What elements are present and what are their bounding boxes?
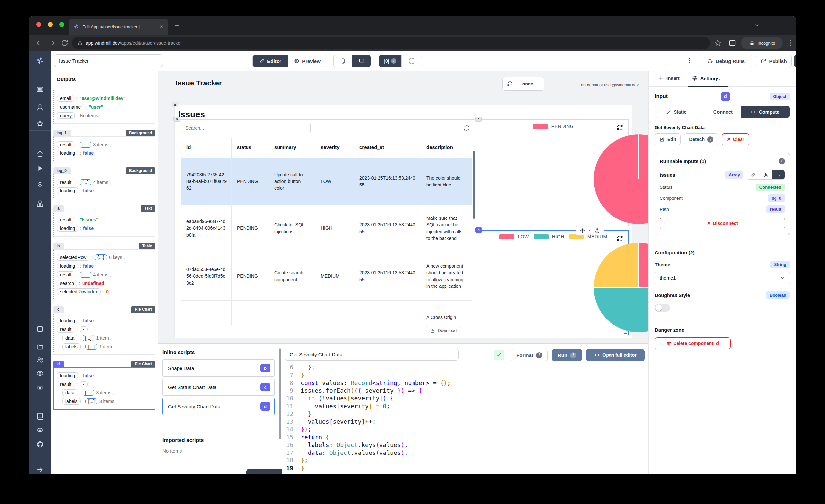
play-icon[interactable] (36, 165, 44, 172)
edit-button[interactable]: Edit (655, 133, 681, 145)
app-name-input[interactable] (54, 55, 163, 67)
output-expand-pill[interactable]: [...] (80, 179, 91, 185)
legend-item[interactable]: HIGH (534, 234, 564, 239)
legend-item[interactable]: LOW (499, 234, 529, 239)
output-group-id[interactable]: b (54, 242, 64, 249)
output-key[interactable]: result (57, 217, 74, 223)
mobile-view-button[interactable] (333, 55, 352, 67)
side-panel-icon[interactable] (729, 39, 736, 47)
anchor-component-button[interactable] (590, 226, 604, 235)
pie-chart-d[interactable]: LOWHIGHMEDIUM (478, 230, 629, 335)
output-key[interactable]: loading (57, 317, 78, 324)
mode-compute-button[interactable]: Compute (741, 106, 790, 118)
pie-d-refresh-icon[interactable] (617, 235, 623, 241)
publish-button[interactable]: Publish (756, 55, 792, 67)
resize-handle[interactable] (624, 331, 627, 334)
output-group-id[interactable]: bg_1 (54, 130, 71, 136)
url-bar[interactable]: app.windmill.dev/apps/edit/u/user/issue-… (72, 37, 710, 49)
component-tag-b[interactable]: b (173, 117, 180, 122)
detach-button[interactable]: Detachi (684, 133, 719, 145)
output-value-pill[interactable]: - (80, 381, 88, 387)
outputs-toggle-button[interactable]: |0|i (379, 55, 401, 67)
inline-script-item[interactable]: Get Status Chart Datac (162, 378, 275, 396)
move-component-button[interactable] (576, 226, 589, 235)
output-key[interactable]: result (57, 271, 74, 278)
calendar-icon[interactable] (36, 325, 44, 332)
component-tag-c[interactable]: c (475, 117, 482, 122)
output-key[interactable]: username (57, 103, 83, 110)
bookmark-star-icon[interactable] (714, 39, 722, 47)
browser-menu-icon[interactable] (787, 39, 794, 47)
theme-select[interactable]: theme1 (655, 272, 790, 284)
dollar-icon[interactable] (36, 181, 44, 188)
tab-insert[interactable]: Insert (658, 75, 680, 81)
output-key[interactable]: loading (57, 188, 78, 194)
github-icon[interactable] (36, 441, 44, 448)
tab-settings[interactable]: Settings (692, 75, 720, 81)
output-group-id[interactable]: bg_0 (54, 167, 71, 174)
output-key[interactable]: email (57, 95, 74, 102)
column-header[interactable]: status (232, 138, 269, 158)
doughnut-toggle[interactable] (655, 304, 670, 311)
table-row[interactable]: 07da0553-4e6e-4d56-8ded-5fd0f7d5c3c2PEND… (181, 252, 471, 301)
script-name-input[interactable] (285, 349, 459, 361)
disconnect-button[interactable]: ✕Disconnect (660, 218, 785, 229)
output-key[interactable]: selectedRowIndex (57, 288, 101, 295)
output-group-id[interactable]: a (54, 205, 64, 212)
open-full-editor-button[interactable]: Open full editor (586, 349, 645, 361)
output-key[interactable]: loading (57, 263, 78, 269)
back-button[interactable] (35, 39, 44, 47)
column-header[interactable]: severity (315, 138, 354, 158)
column-header[interactable]: id (181, 138, 232, 158)
output-expand-pill[interactable]: [...] (82, 390, 94, 396)
output-key[interactable]: result (57, 179, 74, 186)
table-search-input[interactable] (181, 123, 310, 133)
output-group-id[interactable]: d (54, 361, 64, 367)
mode-connect-button[interactable]: →Connect (698, 106, 741, 118)
table-scrollbar[interactable] (472, 151, 475, 219)
input-static-button[interactable] (747, 170, 760, 179)
output-expand-pill[interactable]: [...] (82, 335, 94, 341)
tab-close-icon[interactable] (159, 25, 164, 29)
more-menu-icon[interactable] (686, 57, 693, 64)
component-tag-d[interactable]: d (475, 227, 482, 233)
arrow-right-icon[interactable] (36, 466, 44, 473)
output-key[interactable]: data (62, 389, 77, 396)
output-expand-pill[interactable]: [...] (85, 399, 97, 404)
output-key[interactable]: result (57, 141, 74, 148)
folder-icon[interactable] (36, 343, 44, 351)
home-icon[interactable] (36, 150, 44, 157)
maximize-window-button[interactable] (59, 22, 64, 27)
output-value-pill[interactable]: - (80, 327, 88, 332)
output-expand-pill[interactable]: [...] (80, 142, 91, 148)
run-button[interactable]: Runi (552, 349, 582, 361)
column-header[interactable]: description (421, 138, 470, 158)
output-expand-pill[interactable]: [...] (80, 272, 91, 278)
new-tab-button[interactable] (173, 22, 180, 29)
apps-icon[interactable] (36, 86, 44, 93)
clear-button[interactable]: ✕Clear (722, 133, 749, 145)
canvas-refresh-button[interactable] (503, 77, 517, 90)
column-header[interactable]: summary (269, 138, 315, 158)
output-key[interactable]: loading (57, 150, 78, 156)
output-group-id[interactable]: c (54, 306, 64, 312)
desktop-view-button[interactable] (352, 55, 371, 67)
debug-runs-button[interactable]: Debug Runs (699, 55, 752, 67)
table-refresh-icon[interactable] (464, 125, 470, 131)
input-connect-button[interactable]: → (772, 170, 785, 179)
preview-tab[interactable]: Preview (288, 55, 326, 67)
output-key[interactable]: labels (62, 398, 80, 405)
pie-chart-c[interactable]: PENDING (478, 120, 629, 226)
reload-button[interactable] (61, 39, 69, 47)
blocks-icon[interactable] (36, 200, 44, 207)
eye-icon[interactable] (36, 370, 44, 377)
close-window-button[interactable] (36, 22, 41, 27)
output-key[interactable]: selectedRow (57, 254, 89, 261)
star-icon[interactable] (36, 120, 44, 127)
input-user-button[interactable] (760, 170, 772, 179)
mode-static-button[interactable]: Static (655, 106, 698, 118)
forward-button[interactable] (48, 39, 56, 47)
pie-c-refresh-icon[interactable] (617, 125, 623, 131)
minimize-window-button[interactable] (48, 22, 53, 27)
robot-icon[interactable] (36, 383, 44, 391)
